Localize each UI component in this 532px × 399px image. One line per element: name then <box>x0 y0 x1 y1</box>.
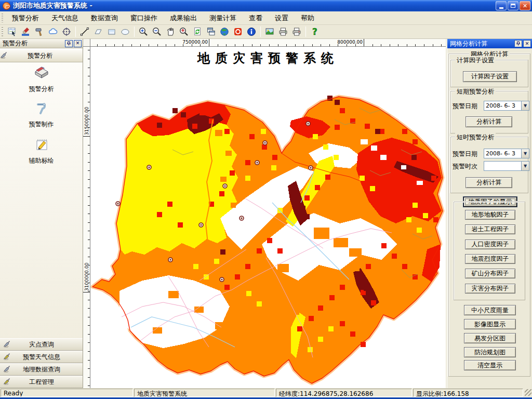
btn-clear-display[interactable]: 清空显示 <box>464 360 516 370</box>
help-icon[interactable]: ? <box>309 25 321 38</box>
copy-windows-icon[interactable] <box>205 25 217 38</box>
chevron-down-icon[interactable]: ▼ <box>521 101 529 110</box>
btn-mine-factor[interactable]: 矿山分布因子 <box>465 269 515 278</box>
left-panel-header: 预警分析 ✕ <box>0 39 83 48</box>
short-time-date-combo[interactable]: 2008- 6- 3 ▼ <box>484 149 529 158</box>
zoom-out-icon[interactable] <box>151 25 163 38</box>
short-term-label: 短期预警分析 <box>455 87 496 96</box>
short-term-analyze-button[interactable]: 分析计算 <box>466 116 512 127</box>
line-tool-icon[interactable] <box>78 25 91 38</box>
short-time-analyze-button[interactable]: 分析计算 <box>466 177 512 188</box>
btn-prevention-plan[interactable]: 防治规划图 <box>464 347 516 357</box>
left-panel-title: 预警分析 <box>3 39 64 48</box>
btn-terrain-factor[interactable]: 地形地貌因子 <box>465 210 515 220</box>
brush-icon <box>3 340 11 349</box>
status-scale: 显示比例:166.158 <box>413 389 523 397</box>
restore-button[interactable] <box>508 1 518 10</box>
pan-hand-icon[interactable] <box>164 25 177 38</box>
short-term-date-combo[interactable]: 2008- 6- 3 ▼ <box>484 101 529 111</box>
menu-weather-info[interactable]: 天气信息 <box>45 12 85 24</box>
resize-grip[interactable] <box>525 389 531 396</box>
factor-setting-button[interactable]: 计算因子设置 <box>463 71 517 82</box>
bottom-project-manage[interactable]: 工程管理 <box>0 376 83 388</box>
item-warning-make[interactable]: 预警制作 <box>0 100 83 129</box>
btn-disaster-factor[interactable]: 灾害分布因子 <box>465 284 515 294</box>
image-view-icon[interactable] <box>263 25 276 38</box>
menu-view[interactable]: 查看 <box>243 12 269 24</box>
brush-icon <box>3 365 11 374</box>
item-warning-analysis[interactable]: 预警分析 <box>0 64 83 94</box>
pin-icon[interactable] <box>65 40 73 47</box>
status-document: 地质灾害预警系统 <box>134 389 275 397</box>
menu-warning-analysis[interactable]: 预警分析 <box>6 12 45 24</box>
minimize-button[interactable] <box>496 1 507 10</box>
right-panel-header: 网格分析计算 ✕ <box>447 39 532 48</box>
book-icon <box>0 64 83 83</box>
menu-window-ops[interactable]: 窗口操作 <box>124 12 164 24</box>
risk-map[interactable] <box>90 47 446 388</box>
hammer-icon[interactable] <box>33 25 46 38</box>
bar-label: 灾点查询 <box>13 340 70 349</box>
tool-icon <box>0 100 83 118</box>
toolbar-separator <box>260 26 261 37</box>
grid-analysis-panel: 网格分析计算 计算因子设置 计算因子设置 短期预警分析 预警日期 2008- 6… <box>447 48 532 388</box>
btn-geotech-factor[interactable]: 岩土工程因子 <box>465 224 515 234</box>
ruler-label-x: 750000.00 <box>171 39 208 45</box>
zoom-in-icon[interactable] <box>137 25 150 38</box>
print-setup-icon[interactable] <box>290 25 303 38</box>
bottom-disaster-query[interactable]: 灾点查询 <box>0 338 83 351</box>
chevron-down-icon[interactable]: ▼ <box>521 149 529 158</box>
bottom-warning-weather[interactable]: 预警天气信息 <box>0 351 83 363</box>
window-title: 浏阳市地质灾害预警系统 - <box>13 1 496 10</box>
app-window: 浏阳市地质灾害预警系统 - ✕ 预警分析天气信息数据查询窗口操作成果输出测量计算… <box>0 0 532 399</box>
toolbar-separator <box>75 26 76 37</box>
menu-settings[interactable]: 设置 <box>269 12 295 24</box>
menu-data-query[interactable]: 数据查询 <box>85 12 124 24</box>
btn-rainfall-scale[interactable]: 中小尺度雨量 <box>464 305 516 315</box>
left-panel: 预警分析 ✕ 预警分析 预警分析预警制作辅助标绘 灾点查询预警天气信息地理数据查… <box>0 39 83 388</box>
cloud-icon[interactable] <box>47 25 59 38</box>
bar-label: 预警天气信息 <box>13 353 70 362</box>
left-group-title: 预警分析 <box>8 51 72 60</box>
btn-population-factor[interactable]: 人口密度因子 <box>465 240 515 249</box>
btn-susceptibility-map[interactable]: 易发分区图 <box>464 333 516 343</box>
print-icon[interactable] <box>277 25 289 38</box>
info-icon[interactable] <box>245 25 258 38</box>
toolbar-separator <box>134 26 135 37</box>
ellipse-tool-icon[interactable] <box>119 25 131 38</box>
short-time-hour-combo[interactable]: ▼ <box>484 161 529 171</box>
refresh-icon[interactable] <box>191 25 204 38</box>
short-time-label: 短时预警分析 <box>455 133 496 142</box>
chevron-down-icon[interactable]: ▼ <box>521 162 529 170</box>
bar-label: 地理数据查询 <box>13 365 70 374</box>
polygon-tool-icon[interactable] <box>92 25 104 38</box>
close-icon[interactable]: ✕ <box>74 40 82 47</box>
edit-map-icon[interactable] <box>6 25 19 38</box>
map-canvas[interactable]: 地质灾害预警系统 <box>90 47 446 388</box>
toolbar-grip[interactable] <box>2 27 3 36</box>
menu-measure-calc[interactable]: 测量计算 <box>203 12 243 24</box>
pin-icon[interactable] <box>514 40 522 47</box>
globe-icon[interactable] <box>218 25 231 38</box>
crosshair-icon[interactable] <box>60 25 73 38</box>
item-aux-draw[interactable]: 辅助标绘 <box>0 136 83 165</box>
right-panel: 网格分析计算 ✕ 网格分析计算 计算因子设置 计算因子设置 短期预警分析 预警日… <box>447 39 532 388</box>
bottom-geo-data-query[interactable]: 地理数据查询 <box>0 363 83 376</box>
ruler-label-y: 3100000.00 <box>84 263 89 291</box>
menu-result-output[interactable]: 成果输出 <box>164 12 203 24</box>
left-group-header[interactable]: 预警分析 <box>0 49 83 62</box>
menubar-grip[interactable] <box>2 14 3 23</box>
btn-image-display[interactable]: 影像图显示 <box>464 319 516 329</box>
item-label: 预警分析 <box>0 85 83 94</box>
close-button[interactable]: ✕ <box>520 1 530 10</box>
paint-brush-icon[interactable] <box>20 25 32 38</box>
rectangle-tool-icon[interactable] <box>105 25 118 38</box>
zoom-extent-icon[interactable] <box>178 25 190 38</box>
short-term-date-label: 预警日期 <box>453 102 477 111</box>
btn-seismic-factor[interactable]: 地震烈度因子 <box>465 254 515 264</box>
stop-icon[interactable] <box>232 25 244 38</box>
menu-help[interactable]: 帮助 <box>295 12 321 24</box>
pen-icon <box>3 378 11 387</box>
toolbar-separator <box>305 26 306 37</box>
close-icon[interactable]: ✕ <box>523 40 531 47</box>
